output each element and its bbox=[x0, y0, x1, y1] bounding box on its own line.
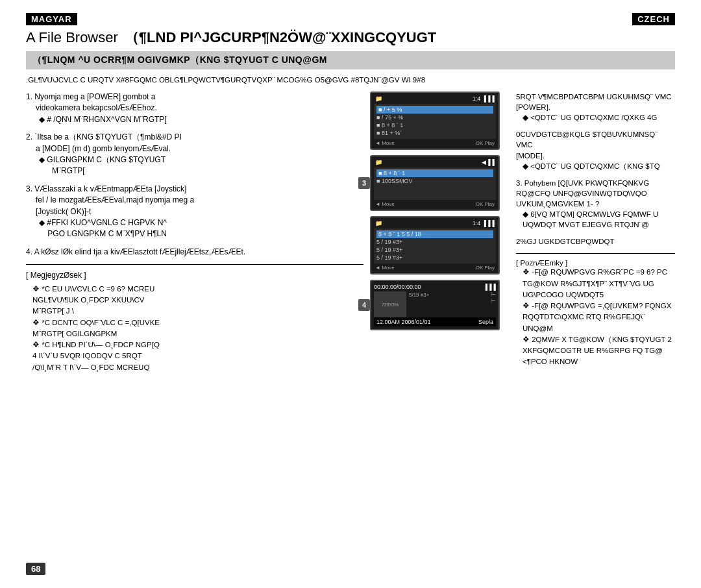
screen2-signal: ◀▐▐ bbox=[482, 159, 495, 165]
screen3-icon: 📁 bbox=[375, 220, 382, 227]
screen3-play: OK Play bbox=[476, 265, 495, 271]
screen1-footer: ◄ Move OK Play bbox=[374, 140, 496, 146]
right-section-2: 0CUVDGTCB@KQLG $TQBUVKUMNSQ¨ VMC[MODE]. … bbox=[516, 129, 675, 171]
screen2-move: ◄ Move bbox=[375, 201, 395, 207]
screen1-content: ■ / + 5 % ■ / 75 + % ■ 8 + 8 ´ 1 ■ 81 + … bbox=[374, 104, 496, 139]
notes-item-1: *C EU U\VCVLC C =9 6? MCREUNGL¶VU\¶UK O¸… bbox=[32, 284, 363, 317]
screen4-timestamp: 12:00AM 2006/01/01 Sepla bbox=[374, 317, 496, 326]
screen4-resolution: 720X3% bbox=[382, 302, 399, 307]
step-3-bullet: #FFKI KUO^VGNLG C HGPVK N^ PGO LGNGPKM C… bbox=[39, 217, 363, 240]
screen4-scroll: ⊢⊢ bbox=[486, 291, 496, 317]
screen3-move: ◄ Move bbox=[375, 265, 395, 271]
step-2-text: 2. `Iltsa be a（KNG $TQYUGT（¶mbl&#D PI bbox=[26, 132, 182, 141]
right-section-1: 5RQT V¶MCBPDATCBPM UGKUHMSQ¨ VMC[POWER].… bbox=[516, 92, 675, 123]
right-column: 5RQT V¶MCBPDATCBPM UGKUHMSQ¨ VMC[POWER].… bbox=[516, 92, 675, 373]
step-4: 4. A kØsz lØk elind tja a kivÆElasztott … bbox=[26, 247, 363, 258]
timestamp-right: Sepla bbox=[478, 319, 493, 325]
screen3-header: 📁 1:4 ▐▐▐ bbox=[374, 220, 496, 227]
screen-panel-3: 📁 1:4 ▐▐▐ 8 + 8 ´ 1 5 5 / 18 5 / 19 #3+ … bbox=[370, 216, 500, 275]
step-1-text: videokamera bekapcsolÆsÆEhoz. bbox=[36, 103, 157, 112]
step-badge-4: 4 bbox=[358, 299, 370, 311]
right-s1-text: 5RQT V¶MCBPDATCBPM UGKUHMSQ¨ VMC[POWER]. bbox=[516, 92, 675, 112]
screen3-footer: ◄ Move OK Play bbox=[374, 265, 496, 271]
title-encoded: （¶LND PI^JGCURP¶N2ÖW@¨XXINGCQYUGT bbox=[125, 28, 436, 47]
notes-header: [ MegjegyzØsek ] bbox=[26, 270, 363, 281]
screen-panel-2: 📁 ◀▐▐ ■ 8 + 8 ´ 1 ■ 100SSMOV ◄ Move OK P… bbox=[370, 155, 500, 211]
page-number: 68 bbox=[26, 563, 45, 575]
screen4-wrapper: 4 00:00:00/00:00:00 ▐▐▐ 720X3% 5/19 #3+ … bbox=[370, 280, 510, 330]
right-s2-text: 0CUVDGTCB@KQLG $TQBUVKUMNSQ¨ VMC[MODE]. bbox=[516, 129, 675, 160]
timestamp-left: 12:00AM 2006/01/01 bbox=[376, 319, 431, 325]
right-s3-bullet1: 6[VQ MTQM] QRCMWLVG FQMWF UUQWDQT MVGT E… bbox=[523, 209, 675, 230]
intro-text: .GL¶VU\JCVLC C URQTV X#8FGQMC OBLG¶LPQWC… bbox=[26, 75, 675, 85]
notes-section: [ MegjegyzØsek ] *C EU U\VCVLC C =9 6? M… bbox=[26, 270, 363, 373]
right-section-3: 3. Pohybem [Q[UVK PKWQTKFQNKVGRQ@CFQ UNF… bbox=[516, 178, 675, 230]
screen2-wrapper: 3 📁 ◀▐▐ ■ 8 + 8 ´ 1 ■ 100SSMOV ◄ Move OK… bbox=[370, 155, 510, 211]
screen2-footer: ◄ Move OK Play bbox=[374, 201, 496, 207]
poznamky-item-3: 2QMWF X TG@KOW（KNG $TQYUGT 2XKFGQMCOGTR … bbox=[523, 334, 675, 368]
step-3-text: 3. VÆlasszaki a k vÆEntmappÆEta [Joystic… bbox=[26, 184, 186, 193]
step-3-text3: [Joystick( OK)]-t bbox=[36, 207, 91, 216]
screen4-timecode: 00:00:00/00:00:00 bbox=[374, 284, 421, 290]
screen4-signal: ▐▐▐ bbox=[484, 284, 496, 290]
screen1-header: 📁 1:4 ▐▐▐ bbox=[374, 95, 496, 102]
screens-area: 📁 1:4 ▐▐▐ ■ / + 5 % ■ / 75 + % ■ 8 + 8 ´… bbox=[370, 92, 510, 373]
screen2-item-2: ■ 100SSMOV bbox=[376, 177, 493, 185]
screen1-item-1: ■ / + 5 % bbox=[376, 106, 493, 114]
screen1-item-4: ■ 81 + %´ bbox=[376, 129, 493, 137]
step-4-text: 4. A kØsz lØk elind tja a kivÆElasztott … bbox=[26, 247, 245, 256]
main-title: A File Browser （¶LND PI^JGCURP¶N2ÖW@¨XXI… bbox=[26, 28, 675, 47]
screen3-item-3: 5 / 19 #3+ bbox=[376, 246, 493, 254]
step-2-bullet: GILGNGPKM C（KNG $TQYUGT M¨RGTP[ bbox=[39, 154, 363, 177]
screen4-list: 5/19 #3+ bbox=[409, 291, 484, 317]
step-3: 3. VÆlasszaki a k vÆEntmappÆEta [Joystic… bbox=[26, 184, 363, 240]
screen4-content: 720X3% 5/19 #3+ ⊢⊢ bbox=[374, 291, 496, 317]
screen3-item-2: 5 / 19 #3+ bbox=[376, 238, 493, 246]
poznamky-section: [ PoznÆEmky ] -F[@ RQUWPGVG R%GR¨PC =9 6… bbox=[516, 259, 675, 367]
screen4-thumb: 720X3% bbox=[374, 291, 406, 317]
step-3-text2: fel / le mozgatÆEsÆEval,majd nyomja meg … bbox=[36, 195, 194, 204]
czech-badge: CZECH bbox=[632, 13, 675, 25]
poznamky-item-1: -F[@ RQUWPGVG R%GR¨PC =9 6? PCTG@KOW R%G… bbox=[523, 267, 675, 300]
screen3-item-1: 8 + 8 ´ 1 5 5 / 18 bbox=[376, 230, 493, 238]
screen2-icon: 📁 bbox=[375, 159, 382, 165]
screen1-play: OK Play bbox=[476, 140, 495, 146]
screen1-move: ◄ Move bbox=[375, 140, 395, 146]
title-file-browser: A File Browser bbox=[26, 29, 118, 46]
right-section-4: 2%GJ UGKDGTCBPQWDQT bbox=[516, 236, 675, 247]
right-s3-num: 3. Pohybem [Q[UVK PKWQTKFQNKVGRQ@CFQ UNF… bbox=[516, 178, 675, 209]
step-2-text2: a [MODE] (m d) gomb lenyomÆsÆval. bbox=[36, 144, 171, 153]
screen1-item-3: ■ 8 + 8 ´ 1 bbox=[376, 121, 493, 129]
page-container: MAGYAR CZECH A File Browser （¶LND PI^JGC… bbox=[0, 0, 701, 588]
screen3-info: 1:4 ▐▐▐ bbox=[473, 220, 495, 227]
right-s1-bullet: <QDTC¨ UG QDTC\QXMC /QXKG 4G bbox=[523, 112, 675, 123]
left-column: 1. Nyomja meg a [POWER] gombot a videoka… bbox=[26, 92, 363, 373]
screen-panel-4: 00:00:00/00:00:00 ▐▐▐ 720X3% 5/19 #3+ ⊢⊢ bbox=[370, 280, 500, 330]
magyar-badge: MAGYAR bbox=[26, 13, 77, 25]
poznamky-header: [ PoznÆEmky ] bbox=[516, 259, 675, 267]
screen2-header: 📁 ◀▐▐ bbox=[374, 159, 496, 165]
screen2-content: ■ 8 + 8 ´ 1 ■ 100SSMOV bbox=[374, 167, 496, 200]
step-1-num: 1. Nyomja meg a [POWER] gombot a bbox=[26, 92, 155, 101]
screen1-header-right: 1:4 ▐▐▐ bbox=[473, 95, 495, 102]
screen2-play: OK Play bbox=[476, 201, 495, 207]
screen2-item-1: ■ 8 + 8 ´ 1 bbox=[376, 169, 493, 177]
header-row: MAGYAR CZECH bbox=[26, 13, 675, 25]
screen1-item-2: ■ / 75 + % bbox=[376, 114, 493, 121]
step-1-bullet: # /QN\I M¨RHGNX^VGN M¨RGTP[ bbox=[39, 114, 363, 125]
divider bbox=[26, 264, 363, 265]
step-2: 2. `Iltsa be a（KNG $TQYUGT（¶mbl&#D PI a … bbox=[26, 132, 363, 177]
subtitle-text: （¶LNQM ^U OCRR¶M OGIVGMKP（KNG $TQYUGT C … bbox=[32, 55, 327, 65]
screen3-item-4: 5 / 19 #3+ bbox=[376, 254, 493, 262]
poznamky-item-2: -F[@ RQUWPGVG =,Q[UVKEM? FQNGXRQQTDTC\QX… bbox=[523, 300, 675, 334]
step-badge-3: 3 bbox=[358, 177, 370, 189]
subtitle-bar: （¶LNQM ^U OCRR¶M OGIVGMKP（KNG $TQYUGT C … bbox=[26, 51, 675, 69]
screen3-content: 8 + 8 ´ 1 5 5 / 18 5 / 19 #3+ 5 / 19 #3+… bbox=[374, 228, 496, 263]
screen-panel-1: 📁 1:4 ▐▐▐ ■ / + 5 % ■ / 75 + % ■ 8 + 8 ´… bbox=[370, 92, 500, 150]
screen4-item-1: 5/19 #3+ bbox=[409, 291, 484, 299]
right-s4-text: 2%GJ UGKDGTCBPQWDQT bbox=[516, 236, 675, 247]
main-content: 1. Nyomja meg a [POWER] gombot a videoka… bbox=[26, 92, 675, 373]
step-1: 1. Nyomja meg a [POWER] gombot a videoka… bbox=[26, 92, 363, 125]
notes-item-3: *C H¶LND PI´U\— O¸FDCP NGP[Q4 I\´V`U 5VQ… bbox=[32, 339, 363, 373]
right-divider bbox=[516, 253, 675, 254]
